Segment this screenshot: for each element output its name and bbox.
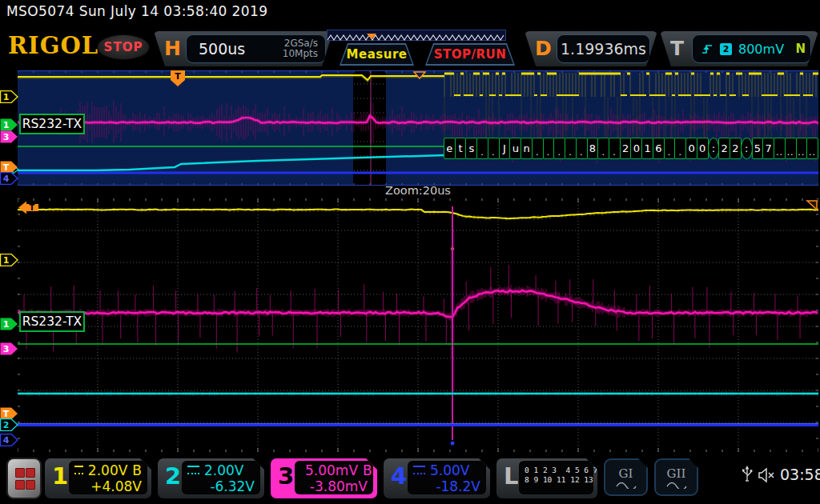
channel-strip: 12.00VB+4.08V22.00V-6.32V35.00mVB-3.80mV… [45, 458, 698, 498]
delay-label: D [535, 37, 552, 60]
channel-box-3[interactable]: 35.00mVB-3.80mV [271, 458, 377, 498]
channel-number: 3 [278, 462, 294, 490]
svg-text:T: T [175, 71, 181, 82]
channel-box-2[interactable]: 22.00V-6.32V [158, 458, 264, 498]
decode-char: . [553, 138, 565, 159]
window-title: MSO5074 Sun July 14 03:58:40 2019 [6, 0, 267, 22]
zoom-channel-marker-3[interactable]: 3 [0, 342, 18, 358]
brand-logo: RIGOL [8, 32, 98, 59]
channel-offset: -18.2V [413, 478, 480, 494]
channel-scale: 5.00V [430, 462, 469, 478]
trigger-mode-indicator: N [795, 42, 810, 56]
sine-wave-icon [666, 481, 687, 489]
main-channel-marker-4[interactable]: 4 [0, 172, 18, 188]
svg-text:3: 3 [3, 132, 10, 142]
main-waveform-window [18, 70, 818, 186]
decode-char: : [741, 138, 753, 159]
zoom-channel-marker-1[interactable]: 1 [0, 318, 18, 334]
trigger-level-value: 800mV [738, 42, 784, 57]
svg-text:1: 1 [3, 120, 10, 130]
delay-position-marker[interactable] [413, 68, 426, 83]
trigger-settings-box[interactable]: T 2 800mV N [660, 31, 818, 66]
run-state-indicator: STOP [97, 34, 150, 60]
horizontal-settings-box[interactable]: H 500us 2GSa/s 10Mpts [154, 31, 333, 66]
oscilloscope-screen: MSO5074 Sun July 14 03:58:40 2019 RIGOL … [0, 0, 820, 504]
trigger-label: T [670, 37, 684, 60]
zoom-waveform-window [18, 198, 818, 452]
decode-char: . [488, 138, 500, 159]
measure-button[interactable]: Measure [340, 43, 414, 66]
trigger-position-marker[interactable]: T [171, 70, 185, 90]
decode-char: 2 [718, 138, 730, 159]
decode-char: s [465, 138, 477, 159]
decode-char: .. [796, 138, 808, 159]
dc-coupling-icon [187, 466, 199, 474]
bus-label-rs232-tx-main[interactable]: RS232-TX [19, 114, 85, 134]
logic-analyzer-box[interactable]: L0 1 2 3 4 5 6 78 9 10 11 12 13 14 15 [496, 458, 597, 498]
decode-char: J [499, 138, 511, 159]
svg-text:4: 4 [3, 435, 10, 446]
dc-coupling-icon [413, 466, 425, 474]
stop-run-button-label: STOP/RUN [427, 45, 513, 64]
decode-char: 7 [762, 138, 774, 159]
bandwidth-limit-badge: B [132, 462, 142, 478]
stop-run-button[interactable]: STOP/RUN [425, 43, 515, 66]
decode-char: . [543, 138, 555, 159]
main-waveform-plot [18, 71, 818, 185]
decode-char: 2 [730, 138, 742, 159]
menu-grid-icon [15, 468, 34, 490]
generator-label: GII [667, 466, 686, 481]
decode-char: . [476, 138, 488, 159]
main-channel-marker-1[interactable]: 1 [0, 90, 18, 106]
speaker-muted-icon [758, 467, 777, 486]
decode-char: 0 [685, 138, 697, 159]
waveform-overview-bar[interactable] [327, 30, 506, 41]
decode-char: 6 [653, 138, 665, 159]
decode-char: 0 [630, 138, 642, 159]
generator1-button[interactable]: GI [604, 458, 648, 496]
decode-char: 2 [620, 138, 632, 159]
channel-box-1[interactable]: 12.00VB+4.08V [45, 458, 151, 498]
digital-channels-row2: 8 9 10 11 12 13 14 15 [525, 475, 588, 485]
memory-depth: 10Mpts [283, 49, 318, 59]
trigger-source-badge: 2 [720, 43, 732, 55]
decode-char: 1 [641, 138, 653, 159]
generator2-button[interactable]: GII [654, 458, 698, 496]
decode-char: n [521, 138, 533, 159]
zoom-channel-marker-2[interactable]: 2 [0, 418, 18, 434]
decode-char: . [532, 138, 544, 159]
decode-char: .. [774, 138, 786, 159]
decode-char: .. [785, 138, 797, 159]
digital-channels-row1: 0 1 2 3 4 5 6 7 [525, 466, 588, 475]
zoom-scale-label: Zoom:20us [18, 184, 818, 198]
timebase-value: 500us [187, 40, 245, 58]
decode-char: . [674, 138, 686, 159]
decode-char: : [708, 138, 720, 159]
svg-text:2: 2 [3, 420, 10, 430]
zoom-channel-marker-1[interactable]: 1 [0, 254, 18, 270]
horizontal-label: H [164, 37, 181, 60]
decode-char: e [444, 138, 456, 159]
svg-text:1: 1 [3, 319, 10, 330]
zoom-channel-marker-4[interactable]: 4 [0, 434, 18, 450]
channel-box-4[interactable]: 45.00V-18.2V [384, 458, 490, 498]
delay-value: 1.19936ms [561, 40, 646, 58]
delay-settings-box[interactable]: D 1.19936ms [525, 31, 657, 66]
overview-zigzag [328, 33, 505, 42]
zoom-corner-marker [805, 199, 818, 214]
main-channel-marker-3[interactable]: 3 [0, 130, 18, 146]
zoom-trigger-position-marker[interactable]: T [18, 201, 39, 218]
menu-button[interactable] [6, 458, 42, 499]
toolbar: RIGOL STOP H 500us 2GSa/s 10Mpts Measure… [0, 22, 820, 69]
channel-offset: +4.08V [74, 478, 142, 494]
svg-text:1: 1 [3, 92, 10, 102]
channel-scale: 5.00mV [305, 462, 358, 478]
svg-text:1: 1 [3, 255, 10, 266]
decode-char: 8 [587, 138, 599, 159]
bus-label-rs232-tx-zoom[interactable]: RS232-TX [19, 311, 85, 332]
generator-label: GI [619, 466, 633, 481]
decode-char: 0 [697, 138, 709, 159]
clock: 03:58 [780, 466, 820, 483]
measure-button-label: Measure [341, 45, 412, 64]
status-bar: 12.00VB+4.08V22.00V-6.32V35.00mVB-3.80mV… [0, 452, 820, 504]
